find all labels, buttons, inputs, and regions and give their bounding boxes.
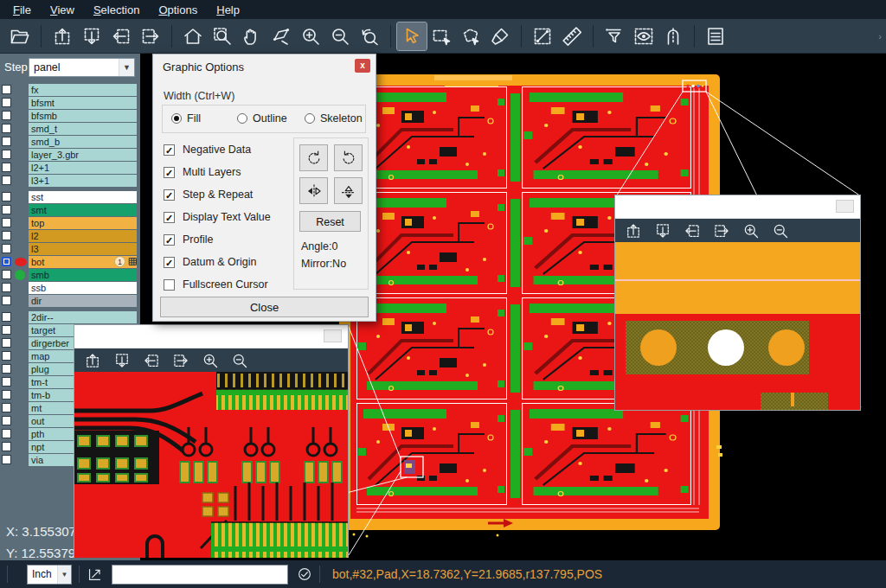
layer-checkbox-ssb[interactable] (2, 283, 11, 292)
sync-check-icon[interactable] (297, 566, 312, 582)
menu-item-file[interactable]: File (3, 2, 41, 18)
layer-checkbox-via[interactable] (2, 455, 11, 464)
checkbox-box[interactable]: ✓ (164, 234, 175, 246)
checkbox-box[interactable] (164, 279, 175, 291)
tool-measure-point-button[interactable] (528, 22, 557, 50)
radio-skeleton[interactable]: Skeleton (305, 112, 363, 125)
radio-dot[interactable] (171, 113, 182, 124)
layer-checkbox-smb[interactable] (2, 270, 11, 279)
layer-checkbox-target[interactable] (2, 325, 11, 335)
tool-zoom-out-button[interactable] (325, 22, 355, 50)
tool-pan-up-button[interactable] (48, 22, 77, 50)
tool-home-button[interactable] (178, 22, 208, 50)
layer-checkbox-2dir--[interactable] (2, 312, 11, 322)
checkbox-box[interactable]: ✓ (164, 212, 175, 223)
layer-checkbox-l3[interactable] (2, 244, 11, 253)
layer-checkbox-top[interactable] (2, 218, 11, 227)
checkbox-box[interactable]: ✓ (164, 257, 175, 268)
layer-name-smd_t[interactable]: smd_t (29, 123, 137, 135)
close-button[interactable]: Close (160, 297, 369, 317)
layer-checkbox-layer_3.gbr[interactable] (2, 150, 11, 159)
layer-name-fx[interactable]: fx (29, 84, 137, 96)
tool-brush-button[interactable] (485, 22, 515, 50)
layer-checkbox-dir[interactable] (2, 296, 11, 305)
tool-pan-down-button[interactable] (77, 22, 106, 50)
menu-item-selection[interactable]: Selection (84, 2, 149, 18)
magnifier-2-window-button[interactable] (836, 200, 854, 213)
layer-name-bfsmt[interactable]: bfsmt (29, 97, 137, 109)
chevron-down-icon[interactable]: ▼ (119, 59, 134, 76)
tool-ruler-button[interactable] (557, 22, 587, 50)
flip-h-button[interactable] (299, 177, 328, 204)
magnifier-tool-pan-up-button[interactable] (84, 352, 101, 369)
checkbox-multi-layers[interactable]: ✓Multi Layers (164, 161, 271, 183)
layer-checkbox-bfsmt[interactable] (2, 98, 11, 107)
layer-name-l3[interactable]: l3 (29, 243, 137, 255)
layer-checkbox-tm-t[interactable] (2, 377, 11, 387)
magnifier-tool-zoom-in-button[interactable] (202, 352, 219, 369)
magnifier-tool-pan-down-button[interactable] (113, 352, 131, 369)
layer-checkbox-l2[interactable] (2, 231, 11, 240)
magnifier-tool-zoom-out-button[interactable] (772, 222, 789, 240)
corner-tool-icon[interactable] (87, 566, 103, 583)
checkbox-negative-data[interactable]: ✓Negative Data (164, 138, 271, 161)
magnifier-tool-pan-left-button[interactable] (143, 352, 160, 369)
toolbar-overflow-chevron-icon[interactable]: › (878, 31, 882, 42)
layer-name-dir[interactable]: dir (29, 295, 137, 307)
magnifier-tool-zoom-in-button[interactable] (742, 222, 760, 240)
rotate-cw-button[interactable] (299, 144, 328, 171)
checkbox-fullscreen-cursor[interactable]: Fullscreen Cursor (164, 273, 271, 296)
unit-select[interactable]: Inch ▼ (27, 565, 72, 585)
layer-checkbox-bot[interactable] (2, 257, 11, 266)
magnifier-window-1[interactable] (74, 324, 349, 558)
tool-select-cursor-button[interactable] (397, 22, 427, 50)
layer-checkbox-mt[interactable] (2, 403, 11, 412)
layer-name-l3+1[interactable]: l3+1 (29, 175, 137, 187)
layer-grid-icon[interactable] (128, 257, 138, 267)
layer-name-l2[interactable]: l2 (29, 230, 137, 242)
dialog-titlebar[interactable]: Graphic Options x (153, 54, 376, 78)
command-input[interactable] (112, 565, 288, 585)
radio-dot[interactable] (237, 113, 247, 124)
layer-checkbox-tm-b[interactable] (2, 390, 11, 399)
checkbox-datum-origin[interactable]: ✓Datum & Origin (164, 251, 271, 273)
layer-name-ssb[interactable]: ssb (29, 282, 137, 294)
layer-checkbox-fx[interactable] (2, 85, 11, 94)
checkbox-box[interactable]: ✓ (164, 144, 175, 156)
step-select[interactable]: panel ▼ (29, 58, 135, 77)
tool-layer-table-button[interactable] (701, 22, 730, 50)
radio-dot[interactable] (305, 113, 315, 124)
layer-checkbox-smd_b[interactable] (2, 137, 11, 146)
menu-item-view[interactable]: View (41, 2, 84, 18)
checkbox-box[interactable]: ✓ (164, 167, 175, 178)
layer-checkbox-smd_t[interactable] (2, 124, 11, 133)
checkbox-profile[interactable]: ✓Profile (164, 228, 271, 251)
layer-checkbox-bfsmb[interactable] (2, 111, 11, 120)
layer-name-smd_b[interactable]: smd_b (29, 136, 137, 148)
magnifier-tool-zoom-out-button[interactable] (231, 352, 248, 369)
layer-name-2dir--[interactable]: 2dir-- (29, 311, 137, 323)
magnifier-window-2[interactable] (614, 195, 861, 411)
layer-checkbox-dirgerber[interactable] (2, 338, 11, 348)
tool-folder-open-button[interactable] (5, 22, 35, 50)
checkbox-display-text-value[interactable]: ✓Display Text Value (164, 206, 271, 228)
tool-select-polygon-button[interactable] (456, 22, 485, 50)
magnifier-1-titlebar[interactable] (74, 325, 348, 348)
magnifier-tool-pan-right-button[interactable] (172, 352, 189, 369)
tool-select-window-button[interactable] (427, 22, 456, 50)
tool-zoom-previous-button[interactable] (355, 22, 384, 50)
layer-checkbox-npt[interactable] (2, 442, 11, 451)
layer-name-l2+1[interactable]: l2+1 (29, 162, 137, 174)
flip-v-button[interactable] (334, 177, 363, 204)
graphic-options-dialog[interactable]: Graphic Options x Width (Ctrl+W) FillOut… (152, 54, 376, 322)
layer-checkbox-l2+1[interactable] (2, 163, 11, 172)
tool-zoom-object-button[interactable] (266, 22, 296, 50)
tool-pan-left-button[interactable] (106, 22, 136, 50)
chevron-down-icon[interactable]: ▼ (57, 566, 71, 584)
magnifier-tool-pan-down-button[interactable] (654, 222, 671, 240)
menu-item-help[interactable]: Help (207, 2, 249, 18)
layer-checkbox-pth[interactable] (2, 429, 11, 438)
rotate-ccw-button[interactable] (334, 144, 363, 171)
layer-checkbox-l3+1[interactable] (2, 176, 11, 185)
layer-checkbox-out[interactable] (2, 416, 11, 425)
